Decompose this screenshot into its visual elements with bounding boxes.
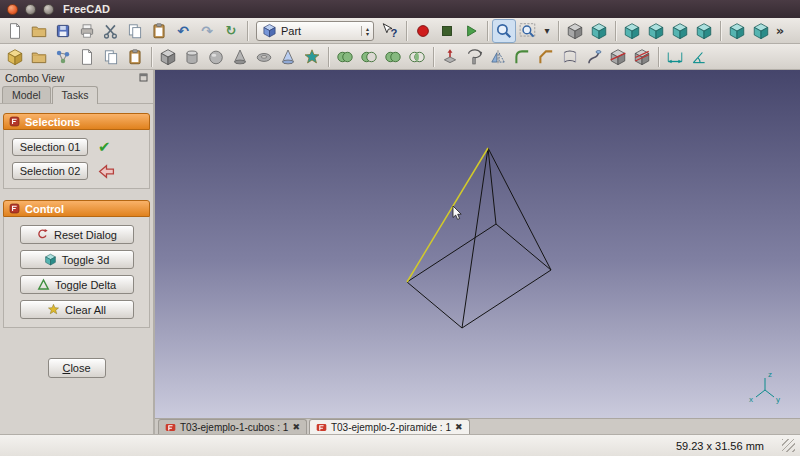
view-top-button[interactable] <box>644 19 668 43</box>
resize-grip[interactable] <box>782 439 795 452</box>
window-close-button[interactable] <box>7 4 18 15</box>
fillet-button[interactable] <box>510 45 534 69</box>
reset-dialog-button[interactable]: Reset Dialog <box>20 225 134 244</box>
chamfer-button[interactable] <box>534 45 558 69</box>
tab-close-icon[interactable]: ✖ <box>455 422 463 432</box>
undo-button[interactable]: ↶ <box>171 19 195 43</box>
paste-button[interactable] <box>147 19 171 43</box>
close-label: Close <box>55 362 99 374</box>
macro-stop-icon <box>438 22 456 40</box>
part-cone-button[interactable] <box>228 45 252 69</box>
whats-this-button[interactable]: ? <box>378 19 402 43</box>
control-button-label: Reset Dialog <box>54 229 117 241</box>
close-button[interactable]: Close <box>48 358 106 378</box>
boolean-union-button[interactable] <box>381 45 405 69</box>
view-front-button[interactable] <box>620 19 644 43</box>
zoom-box-button[interactable] <box>516 19 540 43</box>
measure-linear-button[interactable] <box>663 45 687 69</box>
save-file-button[interactable] <box>51 19 75 43</box>
control-button-label: Toggle Delta <box>55 279 116 291</box>
macro-record-button[interactable] <box>411 19 435 43</box>
part-sphere-button[interactable] <box>204 45 228 69</box>
view-axonometric-button[interactable] <box>587 19 611 43</box>
combo-view-header: Combo View <box>0 70 153 85</box>
cross-sections-button[interactable] <box>630 45 654 69</box>
zoom-fit-all-button[interactable] <box>492 19 516 43</box>
part-cylinder-button[interactable] <box>180 45 204 69</box>
tab-close-icon[interactable]: ✖ <box>292 422 300 432</box>
section-title: Control <box>25 203 64 215</box>
undo-icon: ↶ <box>177 24 189 38</box>
create-part-button[interactable] <box>3 45 27 69</box>
tab-model[interactable]: Model <box>2 86 51 103</box>
loft-icon <box>561 48 579 66</box>
make-link-button[interactable] <box>51 45 75 69</box>
float-panel-icon[interactable] <box>139 73 148 82</box>
combo-arrows-icon[interactable]: ▴▾ <box>361 26 369 36</box>
toolbar-separator <box>328 47 329 67</box>
extrude-icon <box>441 48 459 66</box>
redo-button[interactable]: ↷ <box>195 19 219 43</box>
window-minimize-button[interactable] <box>25 4 36 15</box>
sweep-button[interactable] <box>582 45 606 69</box>
toolbar-separator <box>487 21 488 41</box>
boolean-operation-button[interactable] <box>333 45 357 69</box>
view-bottom-button[interactable] <box>725 19 749 43</box>
merge-project-button[interactable] <box>123 45 147 69</box>
part-torus-button[interactable] <box>252 45 276 69</box>
loft-button[interactable] <box>558 45 582 69</box>
selection-02-button[interactable]: Selection 02 <box>12 162 88 180</box>
view-left-button[interactable] <box>749 19 773 43</box>
toggle-delta-button[interactable]: Toggle Delta <box>20 275 134 294</box>
macro-stop-button[interactable] <box>435 19 459 43</box>
selection-01-button[interactable]: Selection 01 <box>12 138 88 156</box>
shape-builder-button[interactable] <box>300 45 324 69</box>
tab-tasks[interactable]: Tasks <box>52 86 99 104</box>
view-right-button[interactable] <box>668 19 692 43</box>
copy-button[interactable] <box>123 19 147 43</box>
section-button[interactable] <box>606 45 630 69</box>
view-top-icon <box>647 22 665 40</box>
back-arrow-icon <box>98 163 115 180</box>
mirror-button[interactable] <box>486 45 510 69</box>
refresh-button[interactable]: ↻ <box>219 19 243 43</box>
import-file-button[interactable] <box>75 45 99 69</box>
boolean-cut-button[interactable] <box>357 45 381 69</box>
new-file-button[interactable] <box>3 19 27 43</box>
svg-text:?: ? <box>391 27 398 39</box>
print-button[interactable] <box>75 19 99 43</box>
cut-button[interactable] <box>99 19 123 43</box>
toggle-3d-button[interactable]: Toggle 3d <box>20 250 134 269</box>
print-icon <box>78 22 96 40</box>
macro-play-button[interactable] <box>459 19 483 43</box>
section-header-selections: Selections <box>3 113 150 130</box>
measure-angular-button[interactable] <box>687 45 711 69</box>
view-fit-all-button[interactable] <box>563 19 587 43</box>
workbench-selector[interactable]: Part▴▾ <box>256 21 374 41</box>
open-file-button[interactable] <box>27 19 51 43</box>
export-file-button[interactable] <box>99 45 123 69</box>
section-title: Selections <box>25 116 80 128</box>
extrude-button[interactable] <box>438 45 462 69</box>
boolean-common-button[interactable] <box>405 45 429 69</box>
revolve-button[interactable] <box>462 45 486 69</box>
toolbar-overflow-button[interactable]: » <box>773 19 787 43</box>
part-box-button[interactable] <box>156 45 180 69</box>
tasks-panel: SelectionsSelection 01✔Selection 02Contr… <box>0 104 153 434</box>
measure-linear-icon <box>666 48 684 66</box>
view-rear-button[interactable] <box>692 19 716 43</box>
document-tab[interactable]: T03-ejemplo-2-piramide : 1✖ <box>309 419 470 434</box>
view-bottom-icon <box>728 22 746 40</box>
window-maximize-button[interactable] <box>43 4 54 15</box>
save-file-icon <box>54 22 72 40</box>
part-primitives-button[interactable] <box>276 45 300 69</box>
create-group-button[interactable] <box>27 45 51 69</box>
clear-all-button[interactable]: Clear All <box>20 300 134 319</box>
make-link-icon <box>54 48 72 66</box>
document-tab[interactable]: T03-ejemplo-1-cubos : 1✖ <box>158 419 307 434</box>
mirror-icon <box>489 48 507 66</box>
view-dropdown-button[interactable]: ▾ <box>540 19 554 43</box>
dimension-readout: 59.23 x 31.56 mm <box>676 440 764 452</box>
3d-viewport[interactable]: zxy <box>155 70 800 418</box>
sweep-icon <box>585 48 603 66</box>
